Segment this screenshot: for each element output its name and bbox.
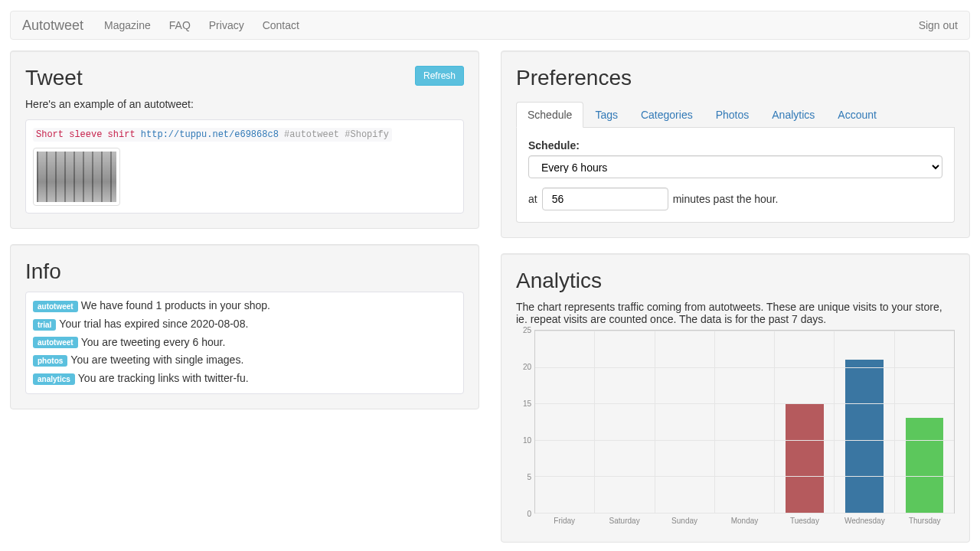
info-text: You are tweeting every 6 hour. (81, 336, 226, 348)
analytics-chart: 0510152025 FridaySaturdaySundayMondayTue… (516, 330, 955, 527)
chart-ytick: 20 (523, 363, 531, 371)
nav-magazine[interactable]: Magazine (95, 11, 160, 39)
minutes-past-label: minutes past the hour. (673, 193, 779, 205)
info-text: You are tweeting with single images. (70, 354, 243, 366)
chart-bar-slot (835, 331, 894, 513)
chart-bar (786, 403, 823, 513)
chart-bar-slot (655, 331, 715, 513)
chart-bar-slot (895, 331, 954, 513)
analytics-title: Analytics (516, 269, 955, 293)
brand[interactable]: Autotweet (22, 18, 83, 34)
tweet-code: Short sleeve shirt http://tuppu.net/e698… (33, 128, 392, 142)
info-line: autotweetYou are tweeting every 6 hour. (33, 336, 456, 349)
tweet-text-link: http://tuppu.net/e69868c8 (141, 129, 279, 140)
tweet-text-tags: #autotweet #Shopify (284, 129, 389, 140)
chart-ytick: 25 (523, 326, 531, 334)
info-badge: photos (33, 355, 67, 367)
tweet-title: Tweet (25, 66, 464, 90)
info-title: Info (25, 259, 464, 284)
tab-analytics[interactable]: Analytics (760, 102, 826, 128)
tweet-description: Here's an example of an autotweet: (25, 98, 464, 110)
chart-xtick: Saturday (594, 517, 654, 527)
chart-xtick: Monday (714, 517, 774, 527)
preferences-panel: Preferences Schedule Tags Categories Pho… (501, 51, 970, 238)
chart-xtick: Sunday (655, 517, 714, 527)
info-badge: autotweet (33, 301, 78, 312)
info-line: autotweetWe have found 1 products in you… (33, 299, 456, 312)
info-text: Your trial has expired since 2020-08-08. (59, 318, 248, 330)
tweet-panel: Refresh Tweet Here's an example of an au… (10, 51, 479, 229)
minute-input[interactable] (542, 187, 668, 210)
schedule-select[interactable]: Every 6 hours (528, 155, 942, 178)
signout-link[interactable]: Sign out (919, 19, 958, 31)
chart-ytick: 10 (523, 436, 531, 445)
info-line: analyticsYou are tracking links with twi… (33, 372, 456, 385)
schedule-label: Schedule: (528, 139, 942, 152)
nav-privacy[interactable]: Privacy (200, 11, 253, 39)
chart-xtick: Tuesday (775, 517, 835, 527)
tab-tags[interactable]: Tags (583, 102, 629, 128)
chart-bar-slot (535, 331, 595, 513)
chart-ytick: 15 (523, 399, 531, 408)
at-label: at (528, 193, 537, 205)
nav-links: Magazine FAQ Privacy Contact (95, 11, 919, 39)
info-box: autotweetWe have found 1 products in you… (25, 292, 464, 394)
info-badge: autotweet (33, 337, 78, 348)
tweet-image (33, 148, 120, 206)
tweet-preview: Short sleeve shirt http://tuppu.net/e698… (25, 119, 464, 214)
chart-ytick: 5 (527, 473, 531, 481)
chart-xtick: Wednesday (835, 517, 894, 527)
tab-content-schedule: Schedule: Every 6 hours at minutes past … (516, 128, 955, 223)
info-badge: analytics (33, 373, 75, 385)
chart-bar (845, 360, 883, 513)
refresh-button[interactable]: Refresh (415, 66, 464, 86)
tab-photos[interactable]: Photos (704, 102, 761, 128)
chart-xtick: Thursday (895, 517, 955, 527)
chart-xtick: Friday (534, 517, 594, 527)
analytics-panel: Analytics The chart represents traffic c… (501, 253, 970, 543)
tweet-text-product: Short sleeve shirt (36, 129, 136, 140)
analytics-description: The chart represents traffic coming from… (516, 301, 955, 325)
nav-faq[interactable]: FAQ (160, 11, 200, 39)
chart-bar-slot (775, 331, 835, 513)
nav-contact[interactable]: Contact (253, 11, 309, 39)
chart-ytick: 0 (527, 510, 531, 518)
tab-categories[interactable]: Categories (629, 102, 704, 128)
chart-bar-slot (595, 331, 655, 513)
chart-bar (906, 418, 943, 513)
info-badge: trial (33, 319, 56, 331)
info-text: You are tracking links with twitter-fu. (78, 372, 249, 384)
info-text: We have found 1 products in your shop. (81, 299, 270, 311)
chart-bar-slot (715, 331, 775, 513)
preferences-title: Preferences (516, 66, 955, 90)
preferences-tabs: Schedule Tags Categories Photos Analytic… (516, 102, 955, 128)
info-line: photosYou are tweeting with single image… (33, 354, 456, 367)
tab-schedule[interactable]: Schedule (516, 102, 583, 128)
tab-account[interactable]: Account (826, 102, 888, 128)
navbar: Autotweet Magazine FAQ Privacy Contact S… (10, 11, 970, 40)
info-panel: Info autotweetWe have found 1 products i… (10, 244, 479, 409)
info-line: trialYour trial has expired since 2020-0… (33, 318, 456, 331)
